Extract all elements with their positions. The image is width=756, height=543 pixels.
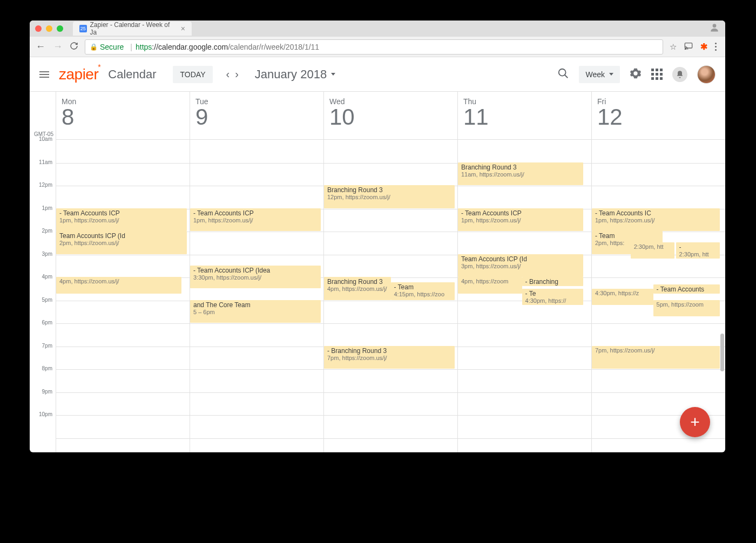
calendar-event[interactable]: Branching Round 34pm, https://zoom.us/j/ — [324, 277, 391, 300]
settings-gear-icon[interactable] — [630, 67, 642, 82]
window-close-icon[interactable] — [35, 25, 42, 32]
cast-icon[interactable] — [684, 42, 693, 51]
hour-cell[interactable] — [592, 370, 725, 393]
hour-cell[interactable] — [458, 140, 591, 164]
hour-cell[interactable] — [56, 186, 190, 209]
event-time: 1pm, https://zoom.us/j/ — [193, 217, 319, 223]
url-bar[interactable]: 🔒 Secure | https://calendar.google.com/c… — [85, 39, 663, 55]
calendar-event[interactable]: Branching Round 312pm, https://zoom.us/j… — [324, 185, 455, 208]
browser-menu-icon[interactable] — [715, 43, 717, 51]
today-button[interactable]: TODAY — [173, 66, 213, 83]
hour-cell[interactable] — [592, 186, 725, 209]
hour-cell[interactable] — [458, 232, 591, 255]
day-header[interactable]: Tue9 — [190, 92, 323, 139]
hour-cell[interactable] — [190, 416, 323, 439]
calendar-event[interactable]: - Team Accounts ICP1pm, https://zoom.us/… — [56, 208, 187, 232]
hour-cell[interactable] — [56, 140, 190, 164]
hour-cell[interactable] — [190, 324, 323, 347]
hour-cell[interactable] — [592, 140, 725, 164]
hour-cell[interactable] — [324, 324, 457, 347]
hour-cell[interactable] — [56, 393, 190, 416]
hour-cell[interactable] — [190, 347, 323, 370]
search-icon[interactable] — [557, 67, 569, 82]
hour-cell[interactable] — [324, 370, 457, 393]
calendar-event[interactable]: - Branching — [522, 277, 584, 286]
view-label: Week — [585, 70, 605, 79]
hour-cell[interactable] — [458, 370, 591, 393]
create-event-fab[interactable]: + — [680, 407, 710, 437]
calendar-event[interactable]: 7pm, https://zoom.us/j/ — [592, 346, 720, 369]
hour-cell[interactable] — [56, 370, 190, 393]
hour-cell[interactable] — [56, 347, 190, 370]
calendar-event[interactable]: -2:30pm, htt — [676, 242, 720, 259]
hour-cell[interactable] — [190, 370, 323, 393]
calendar-event[interactable]: 4:30pm, https://z — [592, 289, 653, 305]
calendar-event[interactable]: 2:30pm, htt — [631, 242, 675, 259]
hour-cell[interactable] — [56, 164, 190, 187]
hour-cell[interactable] — [56, 416, 190, 439]
hour-cell[interactable] — [324, 301, 457, 324]
hour-cell[interactable] — [324, 255, 457, 279]
hamburger-menu-icon[interactable] — [39, 70, 49, 79]
day-header[interactable]: Thu11 — [458, 92, 591, 139]
scrollbar[interactable] — [720, 334, 724, 371]
calendar-event[interactable]: - Team Accounts IC1pm, https://zoom.us/j… — [592, 208, 720, 232]
month-label: January 2018 — [255, 67, 327, 82]
prev-week-button[interactable]: ‹ — [226, 68, 230, 80]
browser-tab[interactable]: 25 Zapier - Calendar - Week of Ja × — [73, 22, 192, 36]
calendar-event[interactable]: Team Accounts ICP (Id3pm, https://zoom.u… — [458, 254, 583, 277]
calendar-event[interactable]: Team Accounts ICP (Id2pm, https://zoom.u… — [56, 231, 187, 254]
hour-cell[interactable] — [458, 186, 591, 209]
hour-cell[interactable] — [56, 324, 190, 347]
hour-cell[interactable] — [56, 255, 190, 279]
hour-cell[interactable] — [56, 301, 190, 324]
hour-cell[interactable] — [592, 324, 725, 347]
hour-cell[interactable] — [324, 232, 457, 255]
calendar-event[interactable]: - Team Accounts ICP (Idea3:30pm, https:/… — [190, 266, 321, 289]
hour-cell[interactable] — [190, 232, 323, 255]
calendar-event[interactable]: - Team4:15pm, https://zoo — [391, 282, 455, 300]
hour-cell[interactable] — [190, 140, 323, 164]
hour-cell[interactable] — [190, 186, 323, 209]
calendar-event[interactable]: - Team Accounts ICP1pm, https://zoom.us/… — [190, 208, 321, 232]
day-header[interactable]: Mon8 — [56, 92, 190, 139]
user-avatar[interactable] — [697, 65, 716, 84]
calendar-event[interactable]: - Te4:30pm, https:// — [522, 289, 584, 305]
hour-cell[interactable] — [592, 164, 725, 187]
day-header[interactable]: Fri12 — [592, 92, 725, 139]
calendar-event[interactable]: and The Core Team5 – 6pm — [190, 300, 321, 323]
calendar-event[interactable]: - Team Accounts ICP1pm, https://zoom.us/… — [458, 208, 583, 232]
zapier-extension-icon[interactable]: ✱ — [700, 42, 707, 52]
notifications-bell-icon[interactable] — [672, 67, 687, 82]
google-apps-icon[interactable] — [651, 69, 663, 80]
hour-cell[interactable] — [324, 209, 457, 233]
window-minimize-icon[interactable] — [46, 25, 52, 32]
month-selector[interactable]: January 2018 — [255, 67, 335, 82]
day-header[interactable]: Wed10 — [324, 92, 457, 139]
hour-cell[interactable] — [458, 347, 591, 370]
hour-cell[interactable] — [458, 416, 591, 439]
hour-cell[interactable] — [458, 393, 591, 416]
calendar-event[interactable]: - Branching Round 37pm, https://zoom.us/… — [324, 346, 455, 369]
hour-cell[interactable] — [324, 416, 457, 439]
calendar-event[interactable]: Branching Round 311am, https://zoom.us/j… — [458, 162, 583, 186]
hour-cell[interactable] — [458, 324, 591, 347]
hour-cell[interactable] — [190, 393, 323, 416]
calendar-event[interactable]: 4pm, https://zoom — [458, 277, 522, 294]
event-time: 4pm, https://zoom.us/j/ — [59, 278, 179, 284]
back-button[interactable]: ← — [35, 41, 46, 52]
hour-cell[interactable] — [324, 140, 457, 164]
hour-cell[interactable] — [190, 164, 323, 187]
next-week-button[interactable]: › — [235, 68, 239, 80]
reload-button[interactable] — [70, 42, 78, 52]
calendar-event[interactable]: - Team Accounts — [653, 284, 720, 294]
hour-cell[interactable] — [324, 164, 457, 187]
window-zoom-icon[interactable] — [57, 25, 63, 32]
calendar-event[interactable]: 5pm, https://zoom — [653, 300, 720, 316]
bookmark-star-icon[interactable]: ☆ — [670, 42, 677, 52]
hour-cell[interactable] — [324, 393, 457, 416]
profile-icon[interactable] — [709, 22, 720, 35]
view-selector[interactable]: Week — [579, 66, 620, 83]
calendar-event[interactable]: 4pm, https://zoom.us/j/ — [56, 277, 181, 294]
tab-close-icon[interactable]: × — [181, 24, 185, 33]
